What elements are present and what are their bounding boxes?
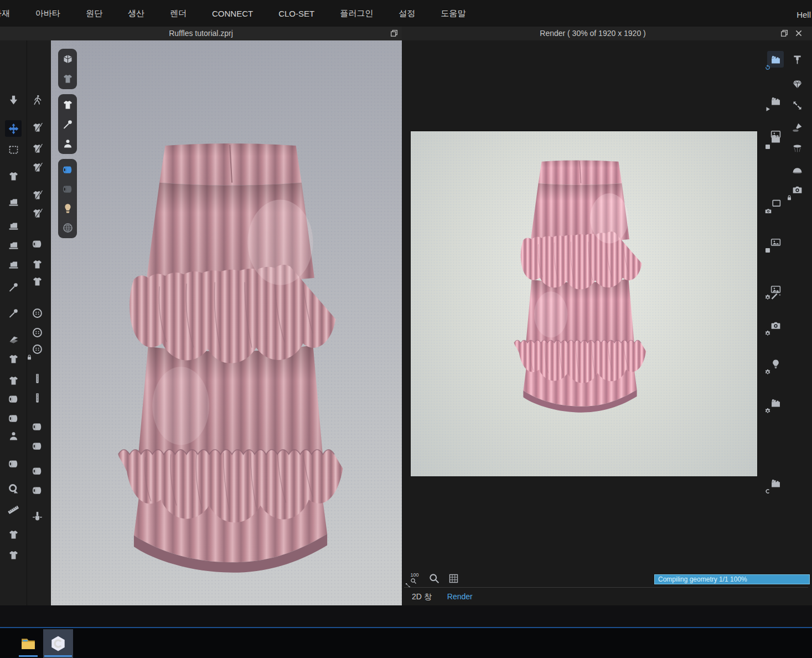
dome-light-icon[interactable] (789, 162, 805, 178)
sew-free-icon[interactable] (5, 237, 22, 254)
render-window: 100 Compiling geometry 1/1 100% 2D 창 Ren… (402, 40, 812, 609)
sew-segment-icon[interactable] (5, 218, 22, 234)
garment-fit-icon[interactable] (5, 168, 22, 184)
pin-icon[interactable] (5, 279, 22, 295)
texture-garment-2-icon[interactable] (29, 273, 45, 290)
view-3d-object-icon[interactable] (60, 52, 75, 66)
garment-skirt-3d[interactable] (74, 136, 387, 577)
render-window-restore-button[interactable] (780, 29, 789, 38)
snapshot-icon[interactable] (767, 196, 784, 213)
trim-tool-4-icon[interactable] (29, 187, 45, 203)
menu-help[interactable]: 도움말 (441, 8, 466, 19)
fabric-pieces-icon[interactable] (29, 235, 45, 252)
light-settings-icon[interactable] (767, 356, 784, 372)
box-select-icon[interactable] (5, 141, 22, 158)
disc-light-icon[interactable] (789, 140, 805, 156)
camera-lock-icon[interactable] (789, 181, 805, 198)
rotate-fabric-icon[interactable] (5, 410, 22, 426)
show-fabric-alt-icon[interactable] (60, 182, 75, 196)
render-image-icon[interactable] (767, 126, 784, 142)
zipper-place-icon[interactable] (29, 370, 45, 387)
menu-fabric[interactable]: 원단 (86, 8, 102, 19)
menu-settings[interactable]: 설정 (399, 8, 415, 19)
garment-window-titlebar: Ruffles tutorial.zprj (0, 27, 402, 40)
menu-connect[interactable]: CONNECT (212, 9, 253, 18)
lift-fabric-icon[interactable] (5, 455, 22, 472)
clo3d-app: 자재 아바타 원단 생산 렌더 CONNECT CLO-SET 플러그인 설정 … (0, 0, 812, 658)
render-window-tabs: 2D 창 Render (406, 589, 478, 607)
taskbar-active-underline (44, 655, 72, 657)
render-window-close-button[interactable] (794, 29, 803, 38)
zipper-icon[interactable] (29, 389, 45, 406)
fabric-roll-1-icon[interactable] (29, 438, 45, 454)
account-text[interactable]: Hell (797, 10, 811, 19)
button-place-icon[interactable] (29, 305, 45, 321)
texture-garment-1-icon[interactable] (29, 256, 45, 273)
zoom-fit-icon[interactable] (427, 571, 441, 585)
trim-tool-1-icon[interactable] (29, 119, 45, 136)
buttonhole-lock-icon[interactable] (29, 341, 45, 357)
render-window-titlebar: Render ( 30% of 1920 x 1920 ) (402, 27, 812, 40)
3d-viewport[interactable] (51, 40, 402, 605)
garment-window-restore-button[interactable] (390, 29, 399, 38)
trim-tool-2-icon[interactable] (29, 140, 45, 157)
tape-measure-icon[interactable] (5, 480, 22, 497)
trim-tool-3-icon[interactable] (29, 159, 45, 176)
clone-layout-icon[interactable] (5, 372, 22, 389)
show-avatar-icon[interactable] (60, 136, 75, 151)
render-preview (411, 131, 757, 476)
fabric-roll-place-1-icon[interactable] (29, 418, 45, 435)
garment-measure-alt-icon[interactable] (5, 547, 22, 563)
walk-avatar-icon[interactable] (29, 91, 45, 108)
show-environment-icon[interactable] (60, 220, 75, 235)
video-compile-icon[interactable] (767, 475, 784, 491)
menu-plugin[interactable]: 플러그인 (340, 8, 373, 19)
menu-materials[interactable]: 자재 (0, 8, 10, 19)
video-settings-icon[interactable] (767, 394, 784, 411)
menu-closet[interactable]: CLO-SET (278, 9, 314, 18)
dress-avatar-icon[interactable] (5, 428, 22, 444)
sync-pin-icon[interactable] (789, 51, 805, 68)
menu-production[interactable]: 생산 (128, 8, 144, 19)
grid-toggle-icon[interactable] (446, 571, 461, 585)
menu-render[interactable]: 렌더 (170, 8, 187, 19)
spotlight-icon[interactable] (789, 119, 805, 136)
ai-wand-icon[interactable] (767, 286, 784, 303)
render-video-icon[interactable] (767, 51, 784, 68)
sew-machine-icon[interactable] (5, 194, 22, 210)
show-mannequin-icon[interactable] (60, 201, 75, 215)
trim-tool-5-icon[interactable] (29, 205, 45, 222)
render-zoom-toolbar: 100 (407, 571, 461, 585)
image-browser-icon[interactable] (767, 234, 784, 250)
move-light-icon[interactable] (789, 97, 805, 114)
show-pins-icon[interactable] (60, 117, 75, 131)
viewport-toggle-toolbar (58, 49, 77, 243)
import-icon[interactable] (5, 91, 22, 108)
gem-material-icon[interactable] (789, 76, 805, 92)
select-move-icon[interactable] (5, 120, 22, 137)
fabric-roll-place-2-icon[interactable] (29, 462, 45, 479)
show-garment-icon[interactable] (60, 97, 75, 112)
zoom-100-label: 100 (410, 573, 418, 578)
file-explorer-icon[interactable] (13, 629, 43, 658)
button-icon[interactable] (29, 324, 45, 341)
gear-icon (764, 329, 771, 336)
tab-render[interactable]: Render (442, 589, 478, 607)
garment-measure-icon[interactable] (5, 526, 22, 543)
seam-tool-icon[interactable] (29, 508, 45, 525)
refresh-icon (764, 63, 771, 70)
outer-garment-icon[interactable] (5, 351, 22, 367)
show-fabric-active-icon[interactable] (60, 162, 75, 177)
tab-2d-window[interactable]: 2D 창 (406, 589, 437, 607)
play-video-icon[interactable] (767, 92, 784, 109)
fold-arrange-icon[interactable] (5, 331, 22, 348)
clo3d-taskbar-icon[interactable] (43, 629, 73, 658)
fit-sewing-icon[interactable] (5, 256, 22, 273)
pin-cut-icon[interactable] (5, 305, 22, 321)
menu-avatar[interactable]: 아바타 (35, 8, 60, 19)
ruler-icon[interactable] (5, 500, 22, 516)
render-settings-icon[interactable] (767, 317, 784, 333)
fabric-roll-2-icon[interactable] (29, 482, 45, 498)
view-textured-garment-icon[interactable] (60, 71, 75, 86)
fold-fabric-icon[interactable] (5, 390, 22, 407)
